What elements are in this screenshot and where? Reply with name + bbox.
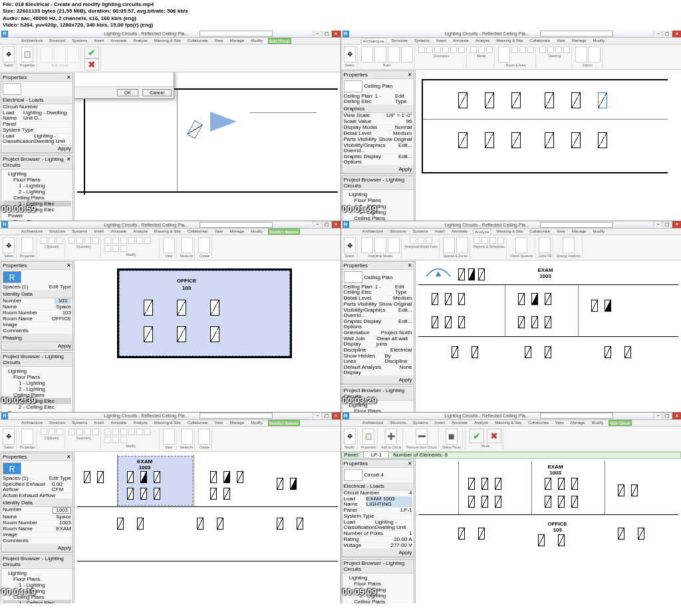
svg-marker-0 xyxy=(210,112,237,132)
size-line: Size: 22601133 bytes (21,55 MiB), durati… xyxy=(3,8,678,15)
frame-1: R Lighting Circuits - Reflected Ceiling … xyxy=(0,31,340,221)
frame-2: RLighting Circuits - Reflected Ceiling P… xyxy=(341,31,682,221)
titlebar: R Lighting Circuits - Reflected Ceiling … xyxy=(0,31,340,38)
select-panel-icon[interactable]: ▦ xyxy=(446,429,458,445)
close-button[interactable]: ✕ xyxy=(331,31,340,37)
properties-icon[interactable]: 📋 xyxy=(362,429,374,445)
select-connector-dialog: Select Connector: Emergency Recessed Lig… xyxy=(74,72,174,99)
frame-3: RLighting Circuits - Reflected Ceiling P… xyxy=(0,221,340,412)
apply-button[interactable]: Apply xyxy=(58,146,71,152)
app-logo: R xyxy=(1,31,8,37)
left-palette: Properties✕ Electrical - Loads Circuit N… xyxy=(0,72,74,221)
add-to-circuit-icon[interactable]: ➕ xyxy=(385,429,397,445)
thumbnail-grid: R Lighting Circuits - Reflected Ceiling … xyxy=(0,31,681,603)
video-line: Video: h264, yuv420p, 1280x720, 340 kb/s… xyxy=(3,22,678,29)
finish-editing-icon[interactable]: ✔ xyxy=(470,429,484,443)
properties-panel: Properties✕ Electrical - Loads Circuit N… xyxy=(1,73,73,154)
max-button[interactable]: ▢ xyxy=(322,31,331,37)
timestamp: 00:00:59 xyxy=(1,204,36,214)
min-button[interactable]: − xyxy=(313,31,322,37)
panel-dropdown[interactable]: LP-1 xyxy=(363,451,389,459)
frame-5: RLighting Circuits - Reflected Ceiling P… xyxy=(0,413,340,603)
frame-6: RLighting Circuits - Reflected Ceiling P… xyxy=(341,413,682,603)
frame-4: RLighting Circuits - Reflected Ceiling P… xyxy=(341,221,682,412)
edit-circuit-tab[interactable]: Edit Circuit xyxy=(268,38,291,44)
cancel-editing-icon[interactable]: ✖ xyxy=(487,429,501,443)
search-box[interactable] xyxy=(200,31,273,37)
modify-icon[interactable]: ✥ xyxy=(344,429,356,445)
cancel-icon[interactable]: ✖ xyxy=(84,58,99,70)
svg-marker-1 xyxy=(436,271,441,276)
cancel-button[interactable]: Cancel xyxy=(142,89,172,96)
file-line: File: 018 Electrical - Create and modify… xyxy=(3,1,678,8)
finish-icon[interactable]: ✔ xyxy=(84,47,99,58)
drawing-canvas[interactable]: Select Connector: Emergency Recessed Lig… xyxy=(74,72,340,221)
ok-button[interactable]: OK xyxy=(117,89,138,96)
menu-tabs: ArchitectureStructureSystemsInsertAnnota… xyxy=(0,38,340,45)
ribbon: ✥Select 📋Properties Edit Circuit ✔✖Mode xyxy=(0,45,340,72)
media-info-header: File: 018 Electrical - Create and modify… xyxy=(0,0,681,31)
revit-r-icon: R xyxy=(3,271,21,283)
modify-icon[interactable]: ✥ xyxy=(3,47,15,62)
audio-line: Audio: aac, 48000 Hz, 2 channels, s16, 1… xyxy=(3,15,678,22)
type-preview xyxy=(3,83,21,95)
remove-from-circuit-icon[interactable]: ➖ xyxy=(416,429,428,445)
properties-icon[interactable]: 📋 xyxy=(21,47,33,62)
options-bar: Panel: LP-1 Number of Elements: 8 xyxy=(341,452,682,459)
doc-title: Lighting Circuits - Reflected Ceiling Pl… xyxy=(93,31,200,36)
